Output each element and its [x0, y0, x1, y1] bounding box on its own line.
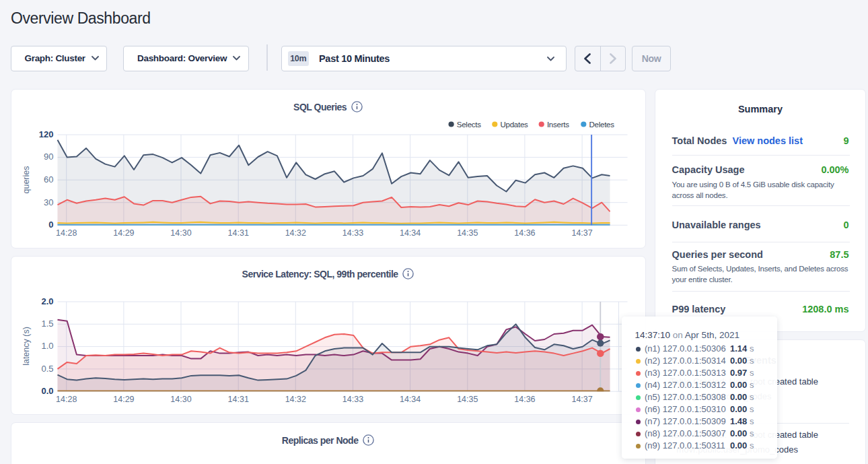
svg-text:14:34: 14:34 [399, 395, 420, 404]
svg-text:0.5: 0.5 [41, 364, 53, 374]
svg-text:14:33: 14:33 [342, 395, 363, 404]
svg-text:latency (s): latency (s) [21, 327, 30, 366]
svg-text:14:37: 14:37 [571, 395, 592, 404]
svg-text:2.0: 2.0 [41, 296, 53, 306]
svg-text:14:29: 14:29 [113, 228, 134, 238]
svg-text:Updates: Updates [500, 121, 528, 129]
svg-text:14:35: 14:35 [457, 395, 478, 404]
svg-text:60: 60 [44, 462, 53, 464]
svg-text:120: 120 [38, 129, 53, 139]
svg-text:Deletes: Deletes [589, 121, 614, 129]
svg-text:14:28: 14:28 [56, 228, 77, 238]
svg-text:0: 0 [48, 220, 53, 230]
svg-text:Selects: Selects [456, 121, 480, 129]
svg-text:14:32: 14:32 [285, 228, 305, 238]
svg-text:1.5: 1.5 [41, 319, 53, 329]
svg-text:14:36: 14:36 [514, 395, 535, 404]
svg-text:queries: queries [21, 166, 30, 194]
svg-text:14:30: 14:30 [170, 395, 191, 404]
svg-text:14:37: 14:37 [571, 228, 592, 238]
svg-text:14:31: 14:31 [227, 395, 248, 404]
svg-text:14:33: 14:33 [342, 228, 363, 238]
svg-text:Inserts: Inserts [546, 121, 569, 129]
svg-text:0.0: 0.0 [41, 386, 53, 396]
svg-text:14:34: 14:34 [399, 228, 420, 238]
svg-text:14:30: 14:30 [170, 228, 191, 238]
svg-text:14:28: 14:28 [56, 395, 77, 404]
svg-text:1.0: 1.0 [41, 341, 53, 351]
svg-text:60: 60 [44, 174, 53, 185]
svg-text:14:32: 14:32 [285, 395, 305, 404]
svg-text:14:35: 14:35 [457, 228, 478, 238]
svg-text:14:36: 14:36 [514, 228, 535, 238]
svg-text:14:31: 14:31 [227, 228, 248, 238]
svg-text:30: 30 [44, 197, 53, 207]
svg-text:90: 90 [44, 152, 53, 162]
svg-text:14:29: 14:29 [113, 395, 134, 404]
